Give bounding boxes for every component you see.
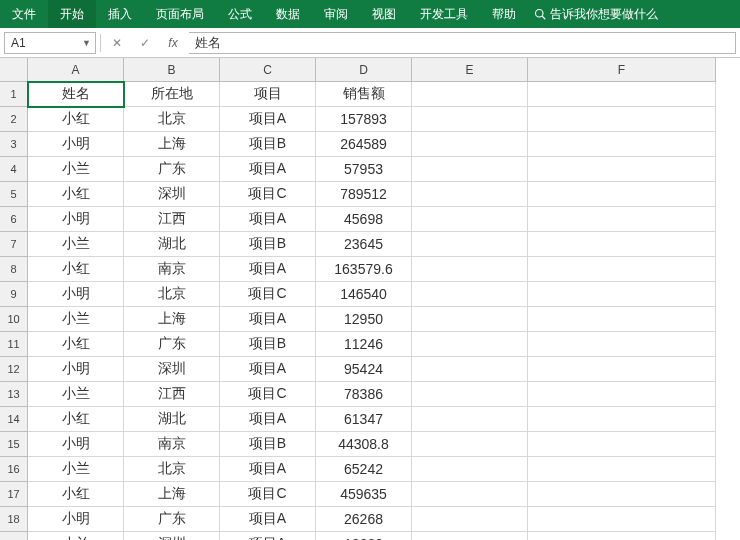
cell-C8[interactable]: 项目A <box>220 257 316 282</box>
cell-E6[interactable] <box>412 207 528 232</box>
cell-A9[interactable]: 小明 <box>28 282 124 307</box>
cell-A3[interactable]: 小明 <box>28 132 124 157</box>
ribbon-tab-3[interactable]: 页面布局 <box>144 0 216 28</box>
cell-A13[interactable]: 小兰 <box>28 382 124 407</box>
cell-D5[interactable]: 789512 <box>316 182 412 207</box>
cell-A18[interactable]: 小明 <box>28 507 124 532</box>
cell-B3[interactable]: 上海 <box>124 132 220 157</box>
row-header-17[interactable]: 17 <box>0 482 28 507</box>
cell-D7[interactable]: 23645 <box>316 232 412 257</box>
cell-F16[interactable] <box>528 457 716 482</box>
cell-B1[interactable]: 所在地 <box>124 82 220 107</box>
cell-B16[interactable]: 北京 <box>124 457 220 482</box>
cell-B19[interactable]: 深圳 <box>124 532 220 540</box>
cell-D1[interactable]: 销售额 <box>316 82 412 107</box>
cell-C5[interactable]: 项目C <box>220 182 316 207</box>
cell-A11[interactable]: 小红 <box>28 332 124 357</box>
cell-B11[interactable]: 广东 <box>124 332 220 357</box>
cell-A15[interactable]: 小明 <box>28 432 124 457</box>
cell-D6[interactable]: 45698 <box>316 207 412 232</box>
cell-D9[interactable]: 146540 <box>316 282 412 307</box>
cell-D14[interactable]: 61347 <box>316 407 412 432</box>
cell-F11[interactable] <box>528 332 716 357</box>
ribbon-tab-6[interactable]: 审阅 <box>312 0 360 28</box>
row-header-5[interactable]: 5 <box>0 182 28 207</box>
row-header-3[interactable]: 3 <box>0 132 28 157</box>
formula-input[interactable] <box>189 32 736 54</box>
cell-E1[interactable] <box>412 82 528 107</box>
cell-F17[interactable] <box>528 482 716 507</box>
row-header-12[interactable]: 12 <box>0 357 28 382</box>
cell-E14[interactable] <box>412 407 528 432</box>
cell-A7[interactable]: 小兰 <box>28 232 124 257</box>
cell-C13[interactable]: 项目C <box>220 382 316 407</box>
cell-C11[interactable]: 项目B <box>220 332 316 357</box>
col-header-E[interactable]: E <box>412 58 528 82</box>
row-header-14[interactable]: 14 <box>0 407 28 432</box>
col-header-C[interactable]: C <box>220 58 316 82</box>
enter-button[interactable]: ✓ <box>133 32 157 54</box>
cell-C17[interactable]: 项目C <box>220 482 316 507</box>
ribbon-tab-7[interactable]: 视图 <box>360 0 408 28</box>
cell-A6[interactable]: 小明 <box>28 207 124 232</box>
cell-A5[interactable]: 小红 <box>28 182 124 207</box>
tell-me-search[interactable]: 告诉我你想要做什么 <box>534 6 658 23</box>
cell-B7[interactable]: 湖北 <box>124 232 220 257</box>
cell-D4[interactable]: 57953 <box>316 157 412 182</box>
fx-button[interactable]: fx <box>161 32 185 54</box>
cell-B17[interactable]: 上海 <box>124 482 220 507</box>
col-header-F[interactable]: F <box>528 58 716 82</box>
cell-A10[interactable]: 小兰 <box>28 307 124 332</box>
cell-B15[interactable]: 南京 <box>124 432 220 457</box>
row-header-19[interactable]: 19 <box>0 532 28 540</box>
cell-E7[interactable] <box>412 232 528 257</box>
cell-F3[interactable] <box>528 132 716 157</box>
cell-D16[interactable]: 65242 <box>316 457 412 482</box>
ribbon-tab-8[interactable]: 开发工具 <box>408 0 480 28</box>
cell-E3[interactable] <box>412 132 528 157</box>
cancel-button[interactable]: ✕ <box>105 32 129 54</box>
cell-F9[interactable] <box>528 282 716 307</box>
cell-C12[interactable]: 项目A <box>220 357 316 382</box>
cell-D12[interactable]: 95424 <box>316 357 412 382</box>
cell-D8[interactable]: 163579.6 <box>316 257 412 282</box>
cell-F12[interactable] <box>528 357 716 382</box>
cell-A4[interactable]: 小兰 <box>28 157 124 182</box>
cell-E15[interactable] <box>412 432 528 457</box>
row-header-11[interactable]: 11 <box>0 332 28 357</box>
ribbon-tab-5[interactable]: 数据 <box>264 0 312 28</box>
cell-E9[interactable] <box>412 282 528 307</box>
cell-A2[interactable]: 小红 <box>28 107 124 132</box>
cell-E11[interactable] <box>412 332 528 357</box>
cell-F13[interactable] <box>528 382 716 407</box>
cell-B13[interactable]: 江西 <box>124 382 220 407</box>
cell-F14[interactable] <box>528 407 716 432</box>
col-header-B[interactable]: B <box>124 58 220 82</box>
cell-D11[interactable]: 11246 <box>316 332 412 357</box>
cell-F8[interactable] <box>528 257 716 282</box>
cell-B12[interactable]: 深圳 <box>124 357 220 382</box>
ribbon-tab-0[interactable]: 文件 <box>0 0 48 28</box>
cell-E19[interactable] <box>412 532 528 540</box>
cell-C2[interactable]: 项目A <box>220 107 316 132</box>
row-header-4[interactable]: 4 <box>0 157 28 182</box>
cell-C4[interactable]: 项目A <box>220 157 316 182</box>
cell-C7[interactable]: 项目B <box>220 232 316 257</box>
cell-C10[interactable]: 项目A <box>220 307 316 332</box>
cell-C6[interactable]: 项目A <box>220 207 316 232</box>
cell-F1[interactable] <box>528 82 716 107</box>
cell-D18[interactable]: 26268 <box>316 507 412 532</box>
row-header-10[interactable]: 10 <box>0 307 28 332</box>
cell-E16[interactable] <box>412 457 528 482</box>
cell-F7[interactable] <box>528 232 716 257</box>
row-header-16[interactable]: 16 <box>0 457 28 482</box>
cell-A17[interactable]: 小红 <box>28 482 124 507</box>
cell-B4[interactable]: 广东 <box>124 157 220 182</box>
cell-A12[interactable]: 小明 <box>28 357 124 382</box>
row-header-18[interactable]: 18 <box>0 507 28 532</box>
row-header-9[interactable]: 9 <box>0 282 28 307</box>
select-all-corner[interactable] <box>0 58 28 82</box>
cell-A1[interactable]: 姓名 <box>28 82 124 107</box>
cell-B10[interactable]: 上海 <box>124 307 220 332</box>
cell-C9[interactable]: 项目C <box>220 282 316 307</box>
